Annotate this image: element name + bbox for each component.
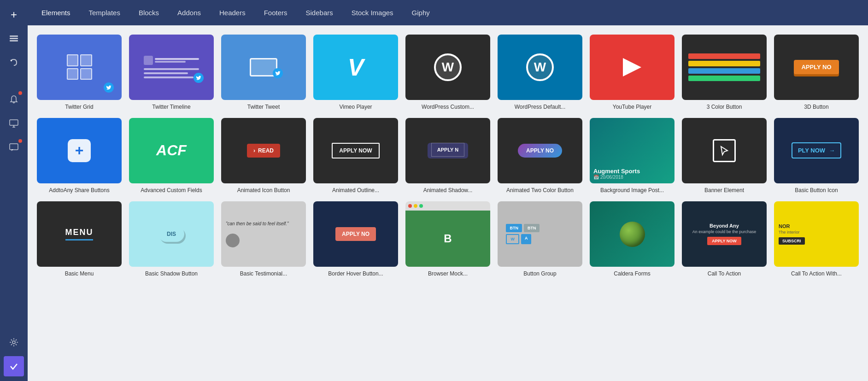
layers-icon[interactable] [4, 29, 24, 49]
check-icon[interactable] [4, 356, 24, 376]
element-card-basic-shadow[interactable]: DIS Basic Shadow Button [129, 201, 214, 277]
twitter-badge [104, 82, 114, 93]
basic-btn-icon-preview: PLY NOW→ [792, 142, 841, 158]
nav-blocks[interactable]: Blocks [129, 5, 168, 20]
element-card-cta-with[interactable]: NOR The interior SUBSCRI Call To Action … [774, 201, 859, 277]
desktop-icon[interactable] [4, 113, 24, 134]
browser-logo: B [444, 232, 452, 245]
card-thumb-twitter-timeline [129, 35, 214, 100]
card-thumb-animated-icon: ›READ [221, 118, 306, 183]
card-thumb-basic-btn-icon: PLY NOW→ [774, 118, 859, 183]
card-label-cta-with: Call To Action With... [791, 270, 842, 278]
browser-dot-yellow [414, 204, 417, 208]
card-thumb-wp-default: W [498, 35, 582, 100]
element-card-wp-default[interactable]: W WordPress Default... [498, 35, 582, 111]
nav-footers[interactable]: Footers [255, 5, 297, 20]
wp-logo-custom: W [434, 53, 462, 81]
animated-outline-preview: APPLY NOW [332, 143, 379, 158]
nav-templates[interactable]: Templates [80, 5, 129, 20]
bell-icon[interactable] [4, 89, 24, 110]
card-thumb-animated-shadow: APPLY N [405, 118, 490, 183]
element-card-basic-btn-icon[interactable]: PLY NOW→ Basic Button Icon [774, 118, 859, 194]
card-label-acf: Advanced Custom Fields [141, 187, 202, 194]
undo-icon[interactable] [4, 53, 24, 73]
card-thumb-bg-image-post: Augment Sports 📅 20/06/2018 [590, 118, 674, 183]
element-card-animated-two-color[interactable]: APPLY NO Animated Two Color Button [498, 118, 582, 194]
element-card-addtoany[interactable]: + AddtoAny Share Buttons [37, 118, 122, 194]
card-label-animated-outline: Animated Outline... [332, 187, 379, 194]
cta-with-btn: SUBSCRI [779, 237, 805, 245]
acf-logo: ACF [156, 142, 187, 159]
element-card-animated-outline[interactable]: APPLY NOW Animated Outline... [313, 118, 398, 194]
youtube-play-icon [623, 58, 641, 76]
btn-group-item: A [521, 234, 532, 244]
element-card-twitter-grid[interactable]: Twitter Grid [37, 35, 122, 111]
card-thumb-basic-menu: MENU [37, 201, 122, 267]
element-card-caldera[interactable]: Caldera Forms [590, 201, 674, 277]
element-card-banner[interactable]: Banner Element [682, 118, 767, 194]
card-thumb-cta-with: NOR The interior SUBSCRI [774, 201, 859, 267]
card-label-addtoany: AddtoAny Share Buttons [49, 187, 109, 194]
element-card-youtube[interactable]: YouTube Player [590, 35, 674, 111]
element-card-basic-menu[interactable]: MENU Basic Menu [37, 201, 122, 277]
cta-beyond-text: Beyond AnyAn example could be the purcha… [692, 223, 757, 234]
nav-headers[interactable]: Headers [210, 5, 255, 20]
element-card-border-hover[interactable]: APPLY NO Border Hover Button... [313, 201, 398, 277]
card-thumb-caldera [590, 201, 674, 267]
element-card-acf[interactable]: ACF Advanced Custom Fields [129, 118, 214, 194]
element-card-browser-mock[interactable]: B Browser Mock... [405, 201, 490, 277]
card-thumb-addtoany: + [37, 118, 122, 183]
caldera-sphere [620, 222, 645, 247]
settings-icon[interactable] [4, 332, 24, 352]
bg-image-post-date: 📅 20/06/2018 [593, 175, 671, 180]
nav-addons[interactable]: Addons [168, 5, 210, 20]
element-card-cta[interactable]: Beyond AnyAn example could be the purcha… [682, 201, 767, 277]
svg-marker-3 [10, 60, 12, 62]
element-card-vimeo[interactable]: V Vimeo Player [313, 35, 398, 111]
element-card-3d-btn[interactable]: APPLY NO 3D Button [774, 35, 859, 111]
left-sidebar: + [0, 0, 28, 381]
element-card-wp-custom[interactable]: W WordPress Custom... [405, 35, 490, 111]
element-card-button-group[interactable]: BTN BTN W A Button Group [498, 201, 582, 277]
svg-rect-2 [10, 40, 18, 41]
nav-elements[interactable]: Elements [32, 5, 80, 20]
element-card-3color[interactable]: 3 Color Button [682, 35, 767, 111]
card-label-animated-two-color: Animated Two Color Button [506, 187, 574, 194]
card-label-basic-btn-icon: Basic Button Icon [795, 187, 838, 194]
element-card-basic-testimonial[interactable]: "can then be said to feel itself." Basic… [221, 201, 306, 277]
element-card-twitter-timeline[interactable]: Twitter Timeline [129, 35, 214, 111]
border-hover-preview: APPLY NO [335, 227, 376, 241]
btn-group-item: BTN [506, 224, 522, 232]
card-thumb-acf: ACF [129, 118, 214, 183]
card-thumb-twitter-tweet [221, 35, 306, 100]
card-thumb-browser-mock: B [405, 201, 490, 267]
card-label-youtube: YouTube Player [613, 104, 652, 111]
chat-icon[interactable] [4, 137, 24, 158]
svg-rect-1 [10, 38, 18, 39]
element-card-twitter-tweet[interactable]: Twitter Tweet [221, 35, 306, 111]
card-label-twitter-grid: Twitter Grid [65, 104, 93, 111]
card-thumb-animated-outline: APPLY NOW [313, 118, 398, 183]
card-thumb-basic-testimonial: "can then be said to feel itself." [221, 201, 306, 267]
element-card-animated-shadow[interactable]: APPLY N Animated Shadow... [405, 118, 490, 194]
menu-text: MENU [65, 228, 94, 237]
nav-stock-images[interactable]: Stock Images [342, 5, 403, 20]
element-card-animated-icon[interactable]: ›READ Animated Icon Button [221, 118, 306, 194]
basic-testimonial-preview: "can then be said to feel itself." [221, 201, 306, 267]
add-icon[interactable]: + [4, 5, 24, 25]
testimonial-avatar [226, 234, 240, 247]
element-card-bg-image-post[interactable]: Augment Sports 📅 20/06/2018 Background I… [590, 118, 674, 194]
card-label-basic-menu: Basic Menu [65, 270, 94, 278]
browser-content: B [405, 211, 490, 267]
card-label-twitter-timeline: Twitter Timeline [152, 104, 190, 111]
cta-apply-btn: APPLY NOW [707, 237, 741, 245]
nav-giphy[interactable]: Giphy [403, 5, 439, 20]
svg-rect-0 [10, 35, 18, 37]
nav-sidebars[interactable]: Sidebars [297, 5, 342, 20]
card-thumb-button-group: BTN BTN W A [498, 201, 582, 267]
menu-underline [65, 239, 93, 240]
top-nav: Elements Templates Blocks Addons Headers… [28, 0, 868, 25]
elements-grid: Twitter Grid [37, 35, 859, 277]
card-label-cta: Call To Action [708, 270, 741, 278]
card-thumb-cta: Beyond AnyAn example could be the purcha… [682, 201, 767, 267]
